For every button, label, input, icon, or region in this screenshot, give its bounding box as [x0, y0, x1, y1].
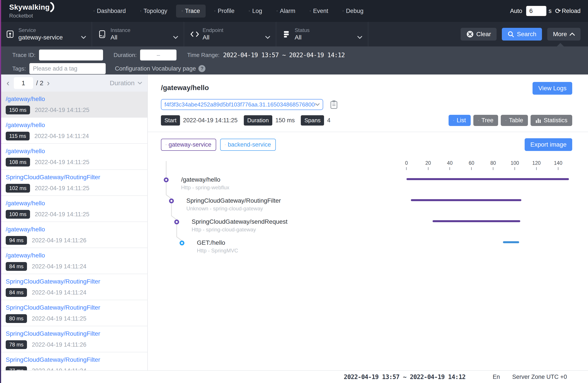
span-duration-bar[interactable]: [503, 241, 519, 243]
chevron-up-icon: [569, 33, 575, 36]
span-name: /gateway/hello: [181, 176, 406, 184]
service-filter[interactable]: Service gateway-service: [0, 22, 92, 46]
time-range-value[interactable]: 2022-04-19 13:57 ~ 2022-04-19 14:12: [223, 52, 345, 59]
nav-item-trace[interactable]: Trace: [176, 5, 206, 18]
trace-list-item[interactable]: /gateway/hello 94 ms 2022-04-19 14:11:26: [0, 222, 147, 248]
trace-detail-panel: /gateway/hello View Logs f4f3f3c34abe425…: [148, 75, 588, 370]
nav-item-dot-icon: [310, 11, 311, 11]
app-logo: Skywalking Rocketbot: [9, 3, 55, 19]
help-icon[interactable]: ?: [198, 65, 205, 72]
more-filter-panel: Trace ID: Duration: Time Range: 2022-04-…: [0, 46, 588, 75]
span-row[interactable]: SpringCloudGateway/sendRequest Http - sp…: [161, 217, 572, 238]
trace-item-duration-badge: 84 ms: [6, 288, 27, 297]
duration-input[interactable]: [140, 50, 176, 60]
logo-crescent-icon: [50, 2, 55, 12]
search-button[interactable]: Search: [502, 28, 542, 40]
nav-item-log[interactable]: Log: [243, 5, 268, 18]
instance-filter[interactable]: Instance All: [92, 22, 184, 46]
trace-list-item[interactable]: SpringCloudGateway/RoutingFilter 102 ms …: [0, 170, 147, 196]
tags-input[interactable]: [29, 63, 106, 74]
copy-icon[interactable]: [330, 100, 338, 109]
trace-list-item[interactable]: SpringCloudGateway/RoutingFilter 78 ms 2…: [0, 326, 147, 352]
endpoint-icon: [190, 30, 200, 39]
tab-tree[interactable]: Tree: [473, 115, 498, 126]
nav-item-event[interactable]: Event: [304, 5, 334, 18]
trace-item-timestamp: 2022-04-19 14:11:25: [35, 211, 89, 218]
trace-item-name: SpringCloudGateway/RoutingFilter: [6, 278, 142, 285]
trace-list-item[interactable]: /gateway/hello 100 ms 2022-04-19 14:11:2…: [0, 196, 147, 222]
service-label: Service: [19, 27, 86, 34]
duration-badge: Duration: [244, 115, 272, 125]
trace-item-timestamp: 2022-04-19 14:11:24: [32, 263, 86, 270]
endpoint-filter[interactable]: Endpoint All: [184, 22, 276, 46]
tab-statistics[interactable]: Statistics: [531, 115, 572, 126]
trace-id-select[interactable]: f4f3f3c34abe4252a89d5bf103f776aa.31.1650…: [161, 99, 323, 110]
trace-item-timestamp: 2022-04-19 14:11:26: [32, 341, 86, 348]
trace-list-item[interactable]: SpringCloudGateway/RoutingFilter 77 ms 2…: [0, 352, 147, 370]
trace-list-item[interactable]: /gateway/hello 150 ms 2022-04-19 14:11:2…: [0, 92, 147, 118]
top-nav: Skywalking Rocketbot DashboardTopologyTr…: [0, 0, 588, 22]
trace-id-input[interactable]: [39, 50, 103, 60]
span-component: Unknown - spring-cloud-gateway: [186, 205, 406, 212]
export-image-button[interactable]: Export image: [525, 138, 572, 151]
trace-list-item[interactable]: SpringCloudGateway/RoutingFilter 80 ms 2…: [0, 300, 147, 326]
trace-item-duration-badge: 80 ms: [6, 314, 27, 323]
axis-tick: 140: [554, 160, 562, 170]
span-duration-bar[interactable]: [433, 220, 520, 222]
nav-item-dot-icon: [214, 11, 215, 11]
status-filter[interactable]: Status All: [276, 22, 368, 46]
nav-item-topology[interactable]: Topology: [135, 5, 173, 18]
reload-icon[interactable]: ⟳: [555, 7, 561, 15]
endpoint-label: Endpoint: [203, 27, 270, 34]
nav-item-debug[interactable]: Debug: [337, 5, 369, 18]
language-selector[interactable]: En: [493, 374, 500, 380]
service-chip-backend[interactable]: backend-service: [220, 139, 276, 151]
tab-list[interactable]: List: [449, 115, 471, 126]
auto-interval-input[interactable]: [526, 6, 546, 16]
nav-item-dot-icon: [182, 11, 183, 11]
trace-list-item[interactable]: /gateway/hello 115 ms 2022-04-19 14:11:2…: [0, 118, 147, 144]
span-duration-bar[interactable]: [406, 178, 569, 180]
nav-item-alarm[interactable]: Alarm: [271, 5, 301, 18]
span-row[interactable]: GET:/hello Http - SpringMVC: [161, 238, 572, 259]
trace-item-duration-badge: 77 ms: [6, 366, 27, 370]
pagination-bar: ‹ / 2 › Duration: [0, 75, 147, 92]
span-duration-bar[interactable]: [411, 199, 521, 201]
page-total: / 2: [36, 79, 43, 87]
trace-item-timestamp: 2022-04-19 14:11:25: [35, 185, 89, 192]
trace-item-name: /gateway/hello: [6, 95, 142, 103]
footer-time-range[interactable]: 2022-04-19 13:57 ~ 2022-04-19 14:12: [344, 373, 465, 381]
trace-item-duration-badge: 115 ms: [6, 132, 30, 141]
trace-list: /gateway/hello 150 ms 2022-04-19 14:11:2…: [0, 92, 147, 370]
trace-item-duration-badge: 108 ms: [6, 158, 30, 166]
view-logs-button[interactable]: View Logs: [532, 82, 572, 95]
trace-list-item[interactable]: /gateway/hello 108 ms 2022-04-19 14:11:2…: [0, 144, 147, 170]
span-row[interactable]: SpringCloudGateway/RoutingFilter Unknown…: [161, 196, 572, 217]
logo-subtitle: Rocketbot: [9, 13, 55, 19]
span-component: Http - spring-webflux: [181, 184, 406, 191]
page-input[interactable]: [14, 77, 33, 89]
tab-table[interactable]: Table: [501, 115, 528, 126]
clear-button[interactable]: Clear: [461, 28, 497, 40]
trace-list-item[interactable]: /gateway/hello 84 ms 2022-04-19 14:11:24: [0, 248, 147, 274]
chevron-down-icon: [173, 36, 178, 39]
vocabulary-page-link[interactable]: Configuration Vocabulary page: [115, 65, 196, 72]
next-page-icon[interactable]: ›: [46, 79, 51, 87]
axis-tick: 40: [447, 160, 453, 170]
nav-item-profile[interactable]: Profile: [209, 5, 240, 18]
view-mode-tabs: List Tree Table Statistics: [449, 115, 572, 126]
nav-item-dashboard[interactable]: Dashboard: [88, 5, 131, 18]
span-row[interactable]: /gateway/hello Http - spring-webflux: [161, 175, 572, 196]
reload-button[interactable]: Reload: [562, 8, 581, 15]
duration-filter-label: Duration:: [114, 52, 137, 59]
trace-item-duration-badge: 150 ms: [6, 106, 30, 114]
service-chip-gateway[interactable]: gateway-service: [161, 139, 216, 151]
sort-dropdown[interactable]: Duration: [110, 79, 142, 87]
time-axis: 020406080100120140: [161, 157, 572, 175]
prev-page-icon[interactable]: ‹: [5, 79, 11, 87]
trace-item-timestamp: 2022-04-19 14:11:25: [32, 315, 86, 322]
more-button[interactable]: More: [547, 28, 581, 40]
trace-list-item[interactable]: SpringCloudGateway/RoutingFilter 84 ms 2…: [0, 274, 147, 300]
timezone-selector[interactable]: Server Zone UTC +0: [512, 374, 567, 380]
duration-value: 150 ms: [275, 117, 295, 124]
